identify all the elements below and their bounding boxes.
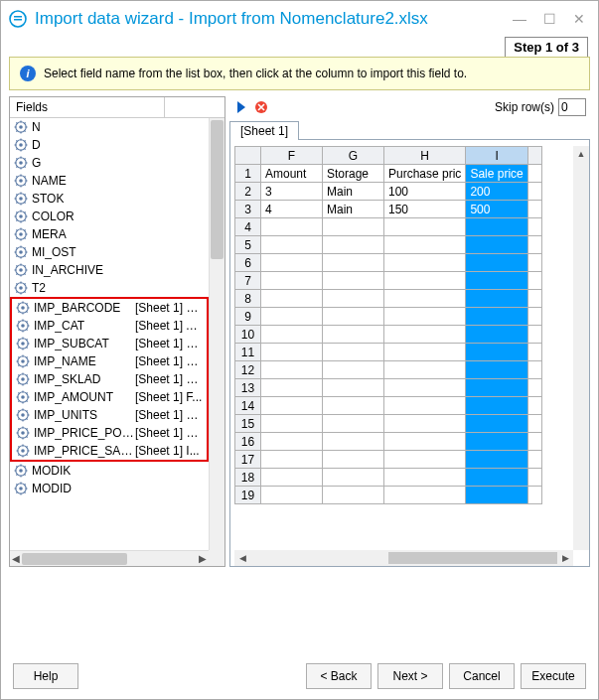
grid-cell[interactable] bbox=[261, 451, 323, 469]
grid-cell[interactable]: Main bbox=[323, 201, 384, 218]
field-item[interactable]: IMP_AMOUNT[Sheet 1] F... bbox=[12, 388, 207, 406]
row-header[interactable]: 16 bbox=[235, 433, 261, 451]
grid-cell[interactable]: 4 bbox=[261, 201, 323, 218]
row-header[interactable]: 10 bbox=[235, 326, 261, 344]
row-header[interactable]: 11 bbox=[235, 344, 261, 361]
grid-cell[interactable] bbox=[466, 308, 527, 326]
next-icon[interactable] bbox=[233, 99, 249, 115]
grid-cell[interactable]: Sale price bbox=[466, 165, 527, 183]
row-header[interactable]: 5 bbox=[235, 236, 261, 254]
grid-cell[interactable] bbox=[323, 433, 384, 451]
column-header[interactable]: G bbox=[323, 147, 384, 165]
row-header[interactable]: 19 bbox=[235, 487, 261, 504]
close-button[interactable]: ✕ bbox=[568, 8, 590, 30]
grid-cell[interactable] bbox=[261, 361, 323, 379]
grid-cell[interactable] bbox=[384, 326, 466, 344]
grid-cell[interactable] bbox=[261, 415, 323, 433]
grid-cell[interactable] bbox=[323, 397, 384, 415]
grid-cell[interactable] bbox=[466, 415, 527, 433]
grid-cell[interactable] bbox=[323, 272, 384, 290]
grid-cell[interactable] bbox=[323, 254, 384, 272]
grid-cell[interactable] bbox=[466, 487, 527, 504]
grid-cell[interactable]: 200 bbox=[466, 183, 527, 201]
grid-cell[interactable] bbox=[466, 326, 527, 344]
grid-cell[interactable]: Amount bbox=[261, 165, 323, 183]
grid-cell[interactable]: 150 bbox=[384, 201, 466, 218]
grid-cell[interactable] bbox=[261, 236, 323, 254]
grid-cell[interactable] bbox=[323, 379, 384, 397]
row-header[interactable]: 13 bbox=[235, 379, 261, 397]
field-item[interactable]: IMP_PRICE_POKUP[Sheet 1] H... bbox=[12, 424, 207, 442]
field-item[interactable]: D bbox=[10, 136, 209, 154]
row-header[interactable]: 1 bbox=[235, 165, 261, 183]
grid-cell[interactable] bbox=[466, 236, 527, 254]
field-item[interactable]: IMP_CAT[Sheet 1] A... bbox=[12, 317, 207, 335]
grid-cell[interactable] bbox=[323, 415, 384, 433]
grid-cell[interactable]: 500 bbox=[466, 201, 527, 218]
grid-cell[interactable] bbox=[384, 397, 466, 415]
grid-cell[interactable] bbox=[261, 272, 323, 290]
back-button[interactable]: < Back bbox=[306, 663, 372, 689]
grid-cell[interactable] bbox=[323, 218, 384, 236]
grid-cell[interactable] bbox=[384, 487, 466, 504]
field-item[interactable]: MI_OST bbox=[10, 243, 209, 261]
grid-cell[interactable] bbox=[261, 326, 323, 344]
grid-horizontal-scrollbar[interactable]: ◀▶ bbox=[234, 550, 573, 566]
field-item[interactable]: G bbox=[10, 154, 209, 172]
grid-cell[interactable] bbox=[466, 254, 527, 272]
grid-cell[interactable] bbox=[384, 361, 466, 379]
field-item[interactable]: IMP_SKLAD[Sheet 1] G... bbox=[12, 370, 207, 388]
row-header[interactable]: 6 bbox=[235, 254, 261, 272]
row-header[interactable]: 15 bbox=[235, 415, 261, 433]
grid-cell[interactable] bbox=[261, 469, 323, 487]
grid-vertical-scrollbar[interactable]: ▲ bbox=[573, 146, 589, 550]
row-header[interactable]: 18 bbox=[235, 469, 261, 487]
row-header[interactable]: 7 bbox=[235, 272, 261, 290]
execute-button[interactable]: Execute bbox=[521, 663, 586, 689]
grid-cell[interactable] bbox=[466, 272, 527, 290]
grid-cell[interactable] bbox=[323, 326, 384, 344]
row-header[interactable]: 4 bbox=[235, 218, 261, 236]
grid-cell[interactable] bbox=[466, 433, 527, 451]
field-item[interactable]: IMP_UNITS[Sheet 1] D... bbox=[12, 406, 207, 424]
grid-cell[interactable] bbox=[323, 344, 384, 361]
grid-cell[interactable] bbox=[384, 344, 466, 361]
grid-cell[interactable] bbox=[384, 469, 466, 487]
row-header[interactable]: 14 bbox=[235, 397, 261, 415]
grid-cell[interactable] bbox=[323, 361, 384, 379]
grid-cell[interactable] bbox=[466, 344, 527, 361]
grid-cell[interactable]: Purchase pric bbox=[384, 165, 466, 183]
grid-cell[interactable] bbox=[261, 487, 323, 504]
grid-cell[interactable] bbox=[466, 290, 527, 308]
grid-cell[interactable] bbox=[384, 451, 466, 469]
grid-cell[interactable] bbox=[384, 218, 466, 236]
field-item[interactable]: COLOR bbox=[10, 208, 209, 225]
grid-cell[interactable]: Main bbox=[323, 183, 384, 201]
grid-cell[interactable]: 3 bbox=[261, 183, 323, 201]
row-header[interactable]: 12 bbox=[235, 361, 261, 379]
sheet-tab[interactable]: [Sheet 1] bbox=[229, 121, 299, 140]
next-button[interactable]: Next > bbox=[377, 663, 443, 689]
field-item[interactable]: N bbox=[10, 118, 209, 136]
grid-cell[interactable] bbox=[261, 344, 323, 361]
row-header[interactable]: 3 bbox=[235, 201, 261, 218]
fields-horizontal-scrollbar[interactable]: ◀▶ bbox=[10, 550, 209, 566]
grid-cell[interactable] bbox=[323, 487, 384, 504]
grid-cell[interactable] bbox=[384, 272, 466, 290]
grid-cell[interactable] bbox=[384, 433, 466, 451]
grid-cell[interactable] bbox=[323, 451, 384, 469]
maximize-button[interactable]: ☐ bbox=[538, 8, 560, 30]
grid-cell[interactable] bbox=[261, 397, 323, 415]
grid-cell[interactable] bbox=[323, 308, 384, 326]
column-header[interactable]: I bbox=[466, 147, 527, 165]
field-item[interactable]: IMP_SUBCAT[Sheet 1] B... bbox=[12, 335, 207, 352]
grid-cell[interactable] bbox=[384, 379, 466, 397]
grid-cell[interactable] bbox=[261, 254, 323, 272]
row-header[interactable]: 8 bbox=[235, 290, 261, 308]
grid-cell[interactable] bbox=[466, 379, 527, 397]
field-item[interactable]: MERA bbox=[10, 225, 209, 243]
field-item[interactable]: MODID bbox=[10, 480, 209, 497]
grid-cell[interactable] bbox=[384, 415, 466, 433]
grid-cell[interactable] bbox=[466, 397, 527, 415]
stop-icon[interactable] bbox=[253, 99, 269, 115]
